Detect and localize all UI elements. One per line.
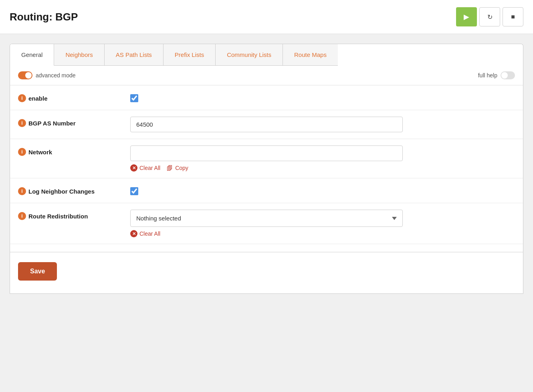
full-help-toggle[interactable] — [501, 71, 515, 79]
tab-community-lists[interactable]: Community Lists — [216, 44, 283, 66]
bgp-as-number-info-icon[interactable]: i — [18, 119, 26, 127]
tab-as-path-lists[interactable]: AS Path Lists — [105, 44, 164, 66]
full-help-group: full help — [478, 71, 515, 79]
network-copy-button[interactable]: 🗐 Copy — [166, 164, 188, 172]
log-neighbor-changes-label: i Log Neighbor Changes — [18, 185, 130, 195]
tab-general[interactable]: General — [10, 44, 54, 66]
log-neighbor-changes-control — [130, 185, 515, 196]
log-neighbor-changes-checkbox[interactable] — [130, 187, 138, 195]
network-input[interactable] — [130, 145, 403, 161]
page-title: Routing: BGP — [10, 11, 78, 23]
enable-row: i enable — [10, 85, 523, 110]
reload-icon: ↻ — [487, 13, 493, 21]
route-redistribution-row: i Route Redistribution Nothing selected … — [10, 203, 523, 244]
route-redistribution-actions: ✕ Clear All — [130, 230, 515, 237]
stop-icon: ■ — [511, 13, 515, 20]
route-redistribution-clear-all-button[interactable]: ✕ Clear All — [130, 230, 160, 237]
save-button[interactable]: Save — [18, 262, 57, 281]
copy-icon: 🗐 — [166, 164, 173, 172]
stop-button[interactable]: ■ — [503, 7, 523, 26]
play-button[interactable]: ▶ — [456, 7, 477, 26]
route-redistribution-label: i Route Redistribution — [18, 210, 130, 220]
bgp-as-number-input[interactable] — [130, 117, 403, 132]
advanced-mode-toggle[interactable] — [18, 71, 32, 79]
route-redistribution-select[interactable]: Nothing selected — [130, 210, 403, 227]
bgp-as-number-label: i BGP AS Number — [18, 117, 130, 127]
route-redistribution-info-icon[interactable]: i — [18, 212, 26, 220]
enable-info-icon[interactable]: i — [18, 94, 26, 102]
network-clear-all-button[interactable]: ✕ Clear All — [130, 164, 160, 172]
advanced-mode-label: advanced mode — [36, 72, 76, 79]
route-redistribution-control: Nothing selected ✕ Clear All — [130, 210, 515, 237]
network-row: i Network ✕ Clear All 🗐 Copy — [10, 139, 523, 178]
save-section: Save — [10, 252, 523, 284]
enable-checkbox[interactable] — [130, 94, 138, 102]
log-neighbor-changes-row: i Log Neighbor Changes — [10, 178, 523, 203]
advanced-bar: advanced mode full help — [10, 66, 523, 85]
tabs-container: General Neighbors AS Path Lists Prefix L… — [10, 44, 523, 66]
route-redistribution-clear-all-icon: ✕ — [130, 230, 137, 237]
header-controls: ▶ ↻ ■ — [456, 7, 523, 26]
network-control: ✕ Clear All 🗐 Copy — [130, 145, 515, 172]
tab-neighbors[interactable]: Neighbors — [54, 44, 104, 66]
main-content: General Neighbors AS Path Lists Prefix L… — [0, 34, 533, 303]
bgp-as-number-control — [130, 117, 515, 132]
network-info-icon[interactable]: i — [18, 148, 26, 156]
advanced-mode-group: advanced mode — [18, 71, 76, 79]
network-label: i Network — [18, 145, 130, 156]
page-wrapper: Routing: BGP ▶ ↻ ■ General Neighbors AS … — [0, 0, 533, 392]
enable-label: i enable — [18, 92, 130, 102]
enable-control — [130, 92, 515, 103]
tab-route-maps[interactable]: Route Maps — [283, 44, 338, 66]
log-neighbor-changes-info-icon[interactable]: i — [18, 187, 26, 195]
reload-button[interactable]: ↻ — [479, 7, 500, 26]
spacer-row — [10, 244, 523, 252]
network-actions: ✕ Clear All 🗐 Copy — [130, 164, 515, 172]
full-help-label: full help — [478, 72, 497, 79]
form-panel: advanced mode full help i enable — [10, 66, 523, 294]
network-clear-all-icon: ✕ — [130, 164, 137, 172]
play-icon: ▶ — [464, 12, 469, 21]
bgp-as-number-row: i BGP AS Number — [10, 110, 523, 139]
tab-prefix-lists[interactable]: Prefix Lists — [164, 44, 216, 66]
header: Routing: BGP ▶ ↻ ■ — [0, 0, 533, 34]
